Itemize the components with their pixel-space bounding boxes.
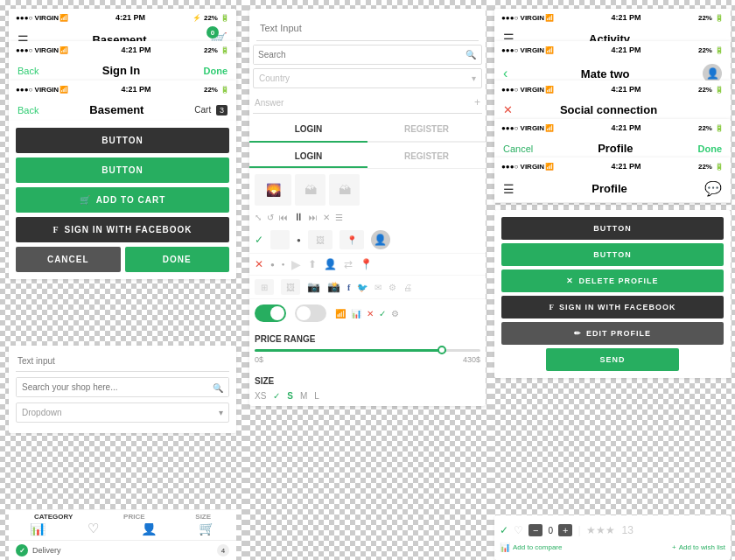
circle-icon: ●	[297, 236, 301, 244]
price-max: 430$	[463, 355, 480, 364]
img-icon-1	[270, 230, 290, 249]
image-placeholder-1: 🌄	[255, 174, 291, 206]
check-icon-right[interactable]: ✓	[500, 524, 508, 536]
close-media-icon[interactable]: ✕	[323, 213, 330, 222]
status-time-right5: 4:21 PM	[612, 162, 641, 171]
expand-icon[interactable]: ⤡	[255, 213, 262, 222]
add-to-cart-button[interactable]: 🛒 ADD TO CART	[16, 187, 229, 213]
answer-plus-icon[interactable]: +	[474, 96, 480, 108]
add-to-wishlist-btn[interactable]: + Add to wish list	[672, 542, 725, 552]
person-icon: 👤	[324, 258, 337, 270]
category-label[interactable]: CATEGORY	[34, 513, 73, 521]
size-s[interactable]: S	[287, 391, 293, 401]
email-icon[interactable]: ✉	[374, 283, 382, 292]
tab-register-2[interactable]: REGISTER	[368, 146, 486, 168]
x-icon-toggle[interactable]: ✕	[367, 309, 374, 318]
toggle-on-switch[interactable]	[255, 304, 286, 322]
img-icon-2: 🖼	[308, 230, 332, 249]
heart-icon-right[interactable]: ♡	[514, 524, 523, 536]
price-range-label: PRICE RANGE	[255, 334, 480, 344]
plus-btn-right[interactable]: +	[558, 524, 572, 536]
star-rating-right: ★★★	[586, 524, 615, 536]
list-icon[interactable]: ☰	[335, 213, 343, 222]
check-icon-grid[interactable]: ✓	[255, 234, 263, 246]
settings-icon-sm[interactable]: ⚙	[388, 283, 396, 292]
done-button[interactable]: DONE	[125, 247, 230, 272]
cart-text[interactable]: Cart 3	[194, 105, 228, 115]
tab-login-1[interactable]: LOGIN	[249, 117, 368, 141]
text-input-left[interactable]	[16, 351, 229, 372]
price-label[interactable]: PRICE	[123, 513, 144, 521]
country-dropdown[interactable]: Country ▾	[253, 68, 482, 88]
minus-btn-right[interactable]: −	[528, 524, 542, 536]
back-button-signin[interactable]: Back	[18, 66, 38, 76]
status-signal-right4: ●●●○ VIRGIN 📶	[501, 124, 554, 132]
size-l[interactable]: L	[314, 391, 319, 401]
skip-back-icon[interactable]: ⏮	[279, 213, 288, 222]
done-right4[interactable]: Done	[698, 144, 723, 154]
status-time-right3: 4:21 PM	[612, 85, 641, 94]
camera-icon[interactable]: 📷	[307, 281, 320, 293]
refresh-icon[interactable]: ↺	[267, 213, 274, 222]
search-input-left[interactable]	[17, 378, 228, 396]
size-xs[interactable]: XS	[255, 391, 266, 401]
price-range-track[interactable]	[255, 349, 480, 352]
cancel-right4[interactable]: Cancel	[503, 144, 533, 154]
right-button-green-1[interactable]: BUTTON	[501, 243, 724, 266]
status-signal-right3: ●●●○ VIRGIN 📶	[501, 86, 554, 94]
image-placeholder-3: 🏔	[329, 174, 360, 206]
signal-icon: 📶	[335, 309, 346, 318]
delete-icon: ✕	[566, 276, 574, 285]
nav-title-social: Social connection	[513, 103, 704, 116]
shuffle-icon[interactable]: ⇄	[344, 258, 353, 270]
facebook-signin-button[interactable]: f SIGN IN WITH FACEBOOK	[16, 217, 229, 242]
cancel-button[interactable]: CANCEL	[16, 247, 121, 272]
search-input-mid[interactable]	[254, 46, 460, 64]
x-icon-1[interactable]: ✕	[255, 258, 263, 270]
grid-icon[interactable]: ⊞	[255, 279, 274, 295]
size-check-icon: ✓	[273, 391, 280, 401]
delivery-badge: ✓	[16, 544, 28, 556]
photo-icon[interactable]: 📸	[327, 281, 340, 293]
nav-title-profile-edit: Profile	[533, 142, 697, 155]
print-icon[interactable]: 🖨	[403, 283, 412, 292]
tab-register-1[interactable]: REGISTER	[368, 117, 486, 141]
size-m[interactable]: M	[300, 391, 307, 401]
edit-profile-button[interactable]: ✏ EDIT PROFILE	[501, 322, 724, 345]
back-button-basement2[interactable]: Back	[18, 105, 38, 116]
size-label: SIZE	[255, 376, 480, 386]
status-signal-right1: ●●●○ VIRGIN 📶	[501, 14, 554, 22]
right-button-dark-1[interactable]: BUTTON	[501, 217, 724, 240]
button-dark-1[interactable]: BUTTON	[16, 128, 229, 153]
share-icon[interactable]: ⬆	[308, 258, 317, 270]
play-icon[interactable]: ▶	[291, 257, 301, 271]
text-input-mid[interactable]	[256, 16, 479, 41]
pause-icon[interactable]: ⏸	[293, 211, 304, 223]
dropdown-left[interactable]: Dropdown ▾	[16, 402, 229, 423]
skip-fwd-icon[interactable]: ⏭	[309, 213, 318, 222]
done-button-signin[interactable]: Done	[204, 66, 228, 76]
rating-count-right: 13	[622, 524, 634, 536]
chat-icon-right5[interactable]: 💬	[704, 180, 722, 197]
hamburger-right5[interactable]: ☰	[503, 182, 514, 196]
status-time-left1: 4:21 PM	[116, 13, 145, 22]
button-green-1[interactable]: BUTTON	[16, 158, 229, 183]
fb-icon-sm[interactable]: f	[347, 283, 350, 292]
right-facebook-button[interactable]: f SIGN IN WITH FACEBOOK	[501, 296, 724, 318]
chevron-down-icon: ▾	[219, 408, 223, 417]
twitter-icon[interactable]: 🐦	[357, 283, 368, 292]
send-button[interactable]: SEND	[546, 348, 679, 371]
tab-login-2[interactable]: LOGIN	[249, 146, 368, 168]
location-icon[interactable]: 📍	[360, 258, 373, 270]
delivery-count: 4	[217, 544, 229, 556]
size-label[interactable]: SIZE	[195, 513, 211, 521]
toggle-off-switch[interactable]	[295, 304, 326, 322]
status-signal-left2: ●●●○ VIRGIN 📶	[16, 46, 68, 54]
dot-icon: ●	[270, 261, 275, 269]
gear-icon-toggle[interactable]: ⚙	[391, 309, 399, 318]
close-social-icon[interactable]: ✕	[503, 103, 513, 116]
delete-profile-button[interactable]: ✕ DELETE PROFILE	[501, 270, 724, 292]
status-time-right2: 4:21 PM	[612, 46, 641, 54]
add-to-compare-btn[interactable]: 📊 Add to compare	[500, 542, 562, 552]
facebook-icon-right: f	[550, 303, 556, 312]
